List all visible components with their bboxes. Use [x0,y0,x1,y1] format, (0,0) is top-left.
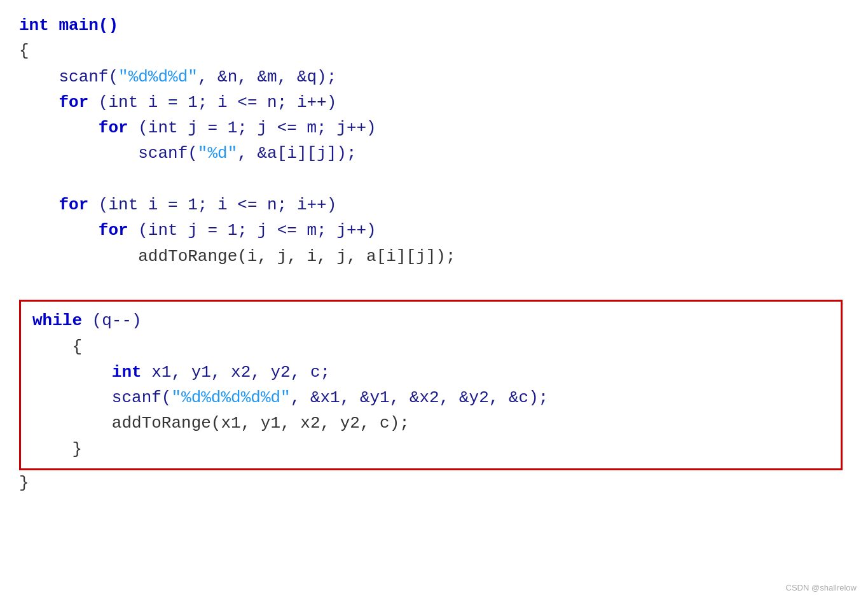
code-line-3: scanf("%d%d%d", &n, &m, &q); [19,64,849,90]
addtorange-1: addToRange(i, j, i, j, a[i][j]); [138,247,455,266]
code-line-final-brace: } [19,470,849,496]
code-line-4: for (int i = 1; i <= n; i++) [19,90,849,115]
indent-w1 [32,363,112,382]
highlight-block: while (q--) { int x1, y1, x2, y2, c; sca… [19,300,843,470]
for-rest-1: (int i = 1; i <= n; i++) [88,93,336,112]
indent-4 [19,144,138,163]
code-line-blank-1 [19,167,849,192]
scanf-rest-3: , &x1, &y1, &x2, &y2, &c); [291,388,549,407]
code-line-5: for (int j = 1; j <= m; j++) [19,115,849,141]
code-line-2: { [19,38,849,64]
string-1: "%d%d%d" [118,67,198,87]
indent-w2 [32,388,112,407]
for-rest-2: (int j = 1; j <= m; j++) [128,118,376,137]
code-container: int main() { scanf("%d%d%d", &n, &m, &q)… [19,13,849,496]
keyword-for-2: for [99,118,128,137]
code-line-blank-2 [19,269,849,295]
code-line-10: addToRange(i, j, i, j, a[i][j]); [19,244,849,269]
func-scanf-2: scanf( [138,144,198,163]
code-line-while: while (q--) [32,308,829,333]
code-line-9: for (int j = 1; j <= m; j++) [19,218,849,243]
keyword-while: while [32,311,82,330]
code-line-scanf-w: scanf("%d%d%d%d%d", &x1, &y1, &x2, &y2, … [32,385,829,410]
code-line-add: addToRange(x1, y1, x2, y2, c); [32,410,829,436]
addtorange-2: addToRange(x1, y1, x2, y2, c); [112,414,410,433]
brace-while-open: { [32,337,82,356]
string-2: "%d" [198,144,237,163]
indent-3 [19,118,99,137]
for-rest-4: (int j = 1; j <= m; j++) [128,221,376,240]
int-rest: x1, y1, x2, y2, c; [142,363,330,382]
indent-1 [19,67,59,87]
keyword-for-3: for [59,195,88,214]
keyword-int-2: int [112,363,142,382]
func-scanf-3: scanf( [112,388,172,407]
code-line-brace-close: } [32,437,829,462]
brace-while-close: } [32,440,82,459]
brace-open-main: { [19,41,29,60]
code-line-int: int x1, y1, x2, y2, c; [32,360,829,385]
scanf-rest-2: , &a[i][j]); [237,144,356,163]
indent-w3 [32,414,112,433]
while-rest: (q--) [82,311,142,330]
keyword-int: int main() [19,16,118,35]
final-brace: } [19,473,29,493]
scanf-rest-1: , &n, &m, &q); [198,67,336,87]
func-scanf-1: scanf( [59,67,118,87]
string-3: "%d%d%d%d%d" [171,388,290,407]
code-line-1: int main() [19,13,849,38]
indent-7 [19,247,138,266]
indent-6 [19,221,99,240]
code-line-brace-open: { [32,334,829,360]
code-line-6: scanf("%d", &a[i][j]); [19,141,849,166]
for-rest-3: (int i = 1; i <= n; i++) [88,195,336,214]
indent-2 [19,93,59,112]
indent-5 [19,195,59,214]
keyword-for-1: for [59,93,88,112]
watermark: CSDN @shallrelow [786,582,857,594]
keyword-for-4: for [99,221,128,240]
code-line-8: for (int i = 1; i <= n; i++) [19,192,849,218]
